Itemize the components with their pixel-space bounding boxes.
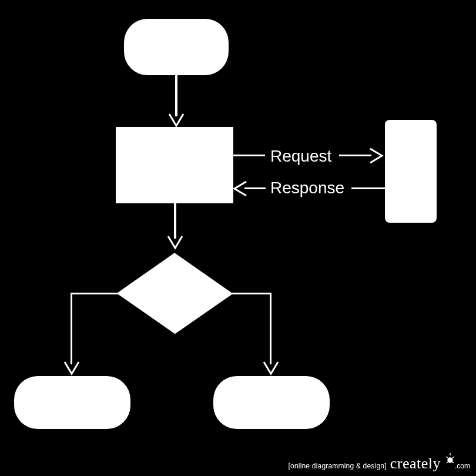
arrowhead-down-right — [263, 361, 279, 376]
edge-request-left — [233, 155, 265, 156]
edge-process-to-decision — [174, 203, 176, 239]
arrowhead-left-response — [232, 180, 247, 197]
diagram-canvas: Request Response [online diagramming & d… — [0, 0, 476, 476]
edge-left-branch-h — [71, 293, 119, 294]
watermark: [online diagramming & design] creately .… — [288, 455, 470, 472]
edge-left-branch-v — [71, 293, 72, 364]
end-right-node — [213, 376, 330, 429]
start-node — [124, 19, 229, 75]
watermark-domain: .com — [455, 462, 470, 470]
svg-line-4 — [452, 457, 454, 458]
arrowhead-down-1 — [168, 113, 185, 128]
edge-right-branch-v — [270, 293, 271, 364]
edge-start-to-process — [175, 75, 177, 116]
svg-point-1 — [448, 458, 452, 462]
process-node — [116, 127, 233, 203]
svg-marker-0 — [118, 254, 233, 334]
edge-response-right — [351, 187, 385, 189]
edge-request-label: Request — [270, 147, 331, 166]
arrowhead-down-2 — [167, 235, 183, 250]
edge-right-branch-h — [232, 293, 271, 294]
svg-line-3 — [446, 457, 448, 458]
decision-node-shape — [118, 254, 233, 334]
watermark-tagline: [online diagramming & design] — [288, 462, 386, 470]
edge-response-left — [244, 187, 266, 189]
arrowhead-right-request — [369, 148, 384, 164]
arrowhead-down-left — [63, 361, 80, 376]
end-left-node — [14, 376, 130, 429]
lightbulb-icon — [445, 457, 454, 468]
svg-line-6 — [452, 462, 454, 462]
edge-request-right — [339, 155, 371, 156]
server-node — [385, 120, 437, 223]
svg-line-5 — [447, 462, 448, 462]
edge-response-label: Response — [270, 179, 344, 197]
watermark-brand: creately — [390, 455, 441, 472]
